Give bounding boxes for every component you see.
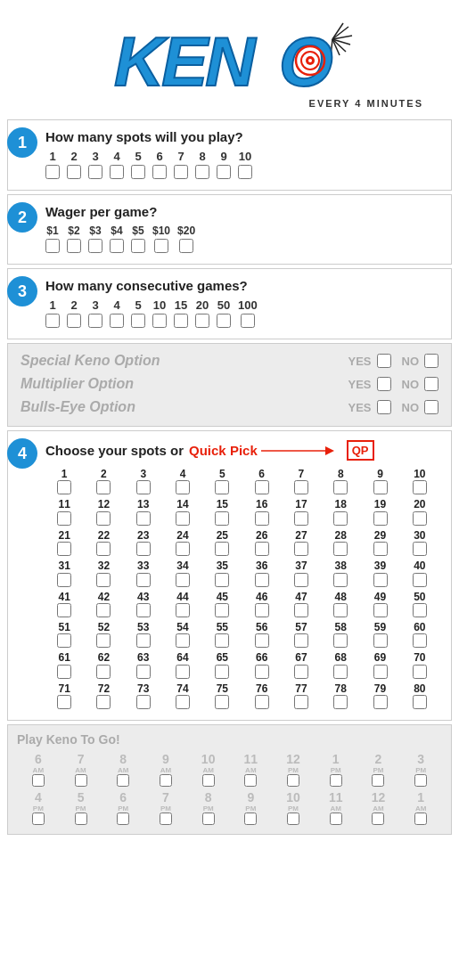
number-checkbox-70[interactable] bbox=[413, 665, 427, 679]
step3-checkbox-4[interactable] bbox=[110, 314, 124, 328]
step3-checkbox-5[interactable] bbox=[131, 314, 145, 328]
number-checkbox-42[interactable] bbox=[96, 603, 111, 617]
number-checkbox-66[interactable] bbox=[255, 665, 269, 679]
time-checkbox-r1-5[interactable] bbox=[244, 774, 257, 787]
number-checkbox-63[interactable] bbox=[136, 665, 151, 679]
time-checkbox-r2-5[interactable] bbox=[244, 813, 257, 825]
number-checkbox-36[interactable] bbox=[255, 573, 269, 587]
number-checkbox-52[interactable] bbox=[96, 633, 111, 648]
number-checkbox-17[interactable] bbox=[294, 511, 308, 526]
number-checkbox-20[interactable] bbox=[413, 511, 427, 526]
number-checkbox-11[interactable] bbox=[57, 511, 71, 526]
step1-checkbox-2[interactable] bbox=[67, 165, 81, 179]
number-checkbox-48[interactable] bbox=[333, 603, 348, 617]
number-checkbox-65[interactable] bbox=[215, 665, 229, 679]
number-checkbox-38[interactable] bbox=[333, 573, 348, 587]
number-checkbox-34[interactable] bbox=[176, 573, 190, 587]
time-checkbox-r1-3[interactable] bbox=[160, 774, 172, 787]
number-checkbox-24[interactable] bbox=[176, 542, 190, 556]
number-checkbox-14[interactable] bbox=[176, 511, 190, 526]
number-checkbox-27[interactable] bbox=[294, 542, 308, 556]
step1-checkbox-3[interactable] bbox=[88, 165, 102, 179]
number-checkbox-49[interactable] bbox=[373, 603, 388, 617]
number-checkbox-2[interactable] bbox=[96, 480, 111, 494]
step2-checkbox-$1[interactable] bbox=[45, 239, 60, 253]
time-checkbox-r1-7[interactable] bbox=[330, 774, 342, 787]
number-checkbox-28[interactable] bbox=[333, 542, 348, 556]
number-checkbox-29[interactable] bbox=[373, 542, 388, 556]
number-checkbox-77[interactable] bbox=[294, 695, 308, 709]
step1-checkbox-7[interactable] bbox=[174, 165, 188, 179]
number-checkbox-74[interactable] bbox=[176, 695, 190, 709]
number-checkbox-22[interactable] bbox=[96, 542, 111, 556]
time-checkbox-r2-8[interactable] bbox=[372, 813, 384, 825]
number-checkbox-71[interactable] bbox=[57, 695, 71, 709]
bulls-eye-yes-checkbox[interactable] bbox=[377, 400, 391, 414]
step3-checkbox-50[interactable] bbox=[217, 314, 231, 328]
number-checkbox-78[interactable] bbox=[333, 695, 348, 709]
number-checkbox-59[interactable] bbox=[373, 633, 388, 648]
step3-checkbox-2[interactable] bbox=[67, 314, 81, 328]
number-checkbox-51[interactable] bbox=[57, 633, 71, 648]
number-checkbox-4[interactable] bbox=[176, 480, 190, 494]
step2-checkbox-$3[interactable] bbox=[88, 239, 102, 253]
step3-checkbox-100[interactable] bbox=[241, 314, 255, 328]
number-checkbox-25[interactable] bbox=[215, 542, 229, 556]
number-checkbox-67[interactable] bbox=[294, 665, 308, 679]
number-checkbox-43[interactable] bbox=[136, 603, 151, 617]
number-checkbox-16[interactable] bbox=[255, 511, 269, 526]
bulls-eye-no-checkbox[interactable] bbox=[424, 400, 439, 414]
step1-checkbox-4[interactable] bbox=[110, 165, 124, 179]
time-checkbox-r1-9[interactable] bbox=[414, 774, 427, 787]
number-checkbox-69[interactable] bbox=[373, 665, 388, 679]
step2-checkbox-$5[interactable] bbox=[131, 239, 145, 253]
number-checkbox-73[interactable] bbox=[136, 695, 151, 709]
number-checkbox-58[interactable] bbox=[333, 633, 348, 648]
step3-checkbox-3[interactable] bbox=[88, 314, 102, 328]
number-checkbox-60[interactable] bbox=[413, 633, 427, 648]
number-checkbox-15[interactable] bbox=[215, 511, 229, 526]
number-checkbox-31[interactable] bbox=[57, 573, 71, 587]
number-checkbox-68[interactable] bbox=[333, 665, 348, 679]
number-checkbox-54[interactable] bbox=[176, 633, 190, 648]
number-checkbox-9[interactable] bbox=[373, 480, 388, 494]
number-checkbox-32[interactable] bbox=[96, 573, 111, 587]
number-checkbox-45[interactable] bbox=[215, 603, 229, 617]
step2-checkbox-$10[interactable] bbox=[154, 239, 168, 253]
time-checkbox-r1-0[interactable] bbox=[32, 774, 45, 787]
special-keno-yes-checkbox[interactable] bbox=[377, 354, 391, 368]
number-checkbox-10[interactable] bbox=[413, 480, 427, 494]
number-checkbox-41[interactable] bbox=[57, 603, 71, 617]
multiplier-yes-checkbox[interactable] bbox=[377, 377, 391, 391]
step3-checkbox-1[interactable] bbox=[45, 314, 60, 328]
time-checkbox-r2-1[interactable] bbox=[75, 813, 87, 825]
number-checkbox-30[interactable] bbox=[413, 542, 427, 556]
step1-checkbox-5[interactable] bbox=[131, 165, 145, 179]
number-checkbox-53[interactable] bbox=[136, 633, 151, 648]
time-checkbox-r1-1[interactable] bbox=[75, 774, 87, 787]
number-checkbox-57[interactable] bbox=[294, 633, 308, 648]
number-checkbox-19[interactable] bbox=[373, 511, 388, 526]
number-checkbox-13[interactable] bbox=[136, 511, 151, 526]
number-checkbox-56[interactable] bbox=[255, 633, 269, 648]
number-checkbox-75[interactable] bbox=[215, 695, 229, 709]
step2-checkbox-$2[interactable] bbox=[67, 239, 81, 253]
step1-checkbox-1[interactable] bbox=[45, 165, 60, 179]
number-checkbox-47[interactable] bbox=[294, 603, 308, 617]
step3-checkbox-20[interactable] bbox=[195, 314, 209, 328]
number-checkbox-64[interactable] bbox=[176, 665, 190, 679]
number-checkbox-79[interactable] bbox=[373, 695, 388, 709]
time-checkbox-r2-9[interactable] bbox=[414, 813, 427, 825]
step3-checkbox-15[interactable] bbox=[174, 314, 188, 328]
number-checkbox-8[interactable] bbox=[333, 480, 348, 494]
quick-pick-link[interactable]: Quick Pick bbox=[189, 443, 258, 458]
special-keno-no-checkbox[interactable] bbox=[424, 354, 439, 368]
time-checkbox-r2-3[interactable] bbox=[160, 813, 172, 825]
number-checkbox-7[interactable] bbox=[294, 480, 308, 494]
number-checkbox-26[interactable] bbox=[255, 542, 269, 556]
time-checkbox-r2-6[interactable] bbox=[287, 813, 299, 825]
time-checkbox-r1-2[interactable] bbox=[117, 774, 129, 787]
number-checkbox-18[interactable] bbox=[333, 511, 348, 526]
number-checkbox-72[interactable] bbox=[96, 695, 111, 709]
qp-box[interactable]: QP bbox=[347, 440, 374, 461]
